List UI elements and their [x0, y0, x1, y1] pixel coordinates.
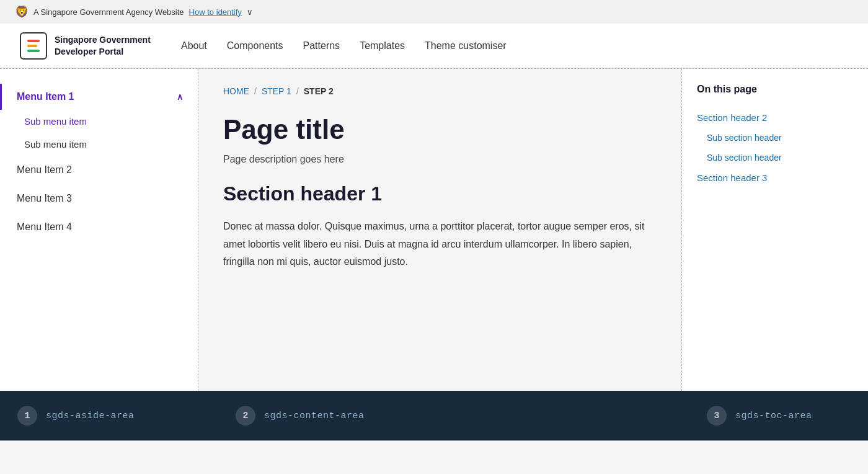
annotation-badge-2: 2 — [236, 406, 255, 426]
toc-link-section-3[interactable]: Section header 3 — [697, 172, 767, 183]
content-area: HOME / STEP 1 / STEP 2 Page title Page d… — [198, 69, 682, 391]
toc-list: Section header 2 Sub section header Sub … — [697, 107, 853, 188]
annotation-label-3: sgds-toc-area — [735, 411, 812, 421]
logo-line-3 — [27, 50, 40, 52]
annotation-label-2: sgds-content-area — [264, 411, 365, 421]
page-description: Page description goes here — [223, 154, 657, 165]
sidebar-sub-item-1-plain[interactable]: Sub menu item — [0, 133, 198, 156]
toc-link-section-2[interactable]: Section header 2 — [697, 112, 767, 123]
breadcrumb-sep-1: / — [254, 86, 257, 96]
logo-line-1 — [27, 40, 40, 42]
breadcrumb: HOME / STEP 1 / STEP 2 — [223, 86, 657, 96]
page-title: Page title — [223, 114, 657, 146]
toc-title: On this page — [697, 84, 853, 95]
toc-item-section-3: Section header 3 — [697, 168, 853, 188]
main-layout: Menu Item 1 ∧ Sub menu item Sub menu ite… — [0, 68, 868, 391]
annotation-aside: 1 sgds-aside-area — [0, 406, 198, 426]
sidebar-sub-items: Sub menu item Sub menu item — [0, 110, 198, 156]
annotation-badge-3: 3 — [707, 406, 727, 426]
annotation-content: 2 sgds-content-area — [198, 406, 682, 426]
sidebar: Menu Item 1 ∧ Sub menu item Sub menu ite… — [0, 69, 198, 391]
section-header-1: Section header 1 — [223, 182, 657, 205]
nav-patterns[interactable]: Patterns — [303, 40, 340, 51]
sidebar-sub-item-1-active[interactable]: Sub menu item — [0, 110, 198, 133]
sidebar-menu-item-3[interactable]: Menu Item 3 — [0, 184, 198, 213]
toc-item-sub-2: Sub section header — [697, 148, 853, 168]
agency-text: A Singapore Government Agency Website — [33, 7, 184, 17]
sidebar-menu-item-1[interactable]: Menu Item 1 ∧ — [0, 84, 198, 110]
logo-text: Singapore GovernmentDeveloper Portal — [55, 34, 151, 56]
sidebar-menu: Menu Item 1 ∧ Sub menu item Sub menu ite… — [0, 84, 198, 241]
identify-link[interactable]: How to identify — [189, 7, 242, 17]
logo-line-2 — [27, 45, 37, 47]
toc-area: On this page Section header 2 Sub sectio… — [682, 69, 868, 391]
breadcrumb-step1[interactable]: STEP 1 — [262, 86, 291, 96]
lion-icon: 🦁 — [15, 5, 29, 19]
nav-components[interactable]: Components — [227, 40, 283, 51]
chevron-up-icon: ∧ — [177, 92, 183, 102]
header: Singapore GovernmentDeveloper Portal Abo… — [0, 24, 868, 68]
logo-lines — [24, 36, 43, 56]
nav-about[interactable]: About — [181, 40, 207, 51]
breadcrumb-current: STEP 2 — [304, 86, 334, 96]
toc-item-sub-1: Sub section header — [697, 128, 853, 148]
sidebar-menu-item-4[interactable]: Menu Item 4 — [0, 213, 198, 241]
nav-theme-customiser[interactable]: Theme customiser — [425, 40, 507, 51]
annotation-toc: 3 sgds-toc-area — [682, 406, 868, 426]
content-body: Donec at massa dolor. Quisque maximus, u… — [223, 218, 657, 271]
toc-link-sub-2[interactable]: Sub section header — [707, 153, 782, 163]
annotation-label-1: sgds-aside-area — [46, 411, 135, 421]
sidebar-menu-item-1-label: Menu Item 1 — [17, 91, 74, 102]
main-nav: About Components Patterns Templates Them… — [181, 40, 507, 51]
toc-link-sub-1[interactable]: Sub section header — [707, 133, 782, 143]
toc-item-section-2: Section header 2 — [697, 107, 853, 128]
annotation-badge-1: 1 — [17, 406, 37, 426]
top-banner: 🦁 A Singapore Government Agency Website … — [0, 0, 868, 24]
logo-link[interactable]: Singapore GovernmentDeveloper Portal — [20, 32, 156, 60]
annotation-bar: 1 sgds-aside-area 2 sgds-content-area 3 … — [0, 391, 868, 440]
sidebar-menu-item-2[interactable]: Menu Item 2 — [0, 156, 198, 184]
breadcrumb-home[interactable]: HOME — [223, 86, 249, 96]
banner-chevron: ∨ — [247, 7, 253, 17]
logo-icon — [20, 32, 47, 60]
nav-templates[interactable]: Templates — [360, 40, 405, 51]
breadcrumb-sep-2: / — [296, 86, 299, 96]
